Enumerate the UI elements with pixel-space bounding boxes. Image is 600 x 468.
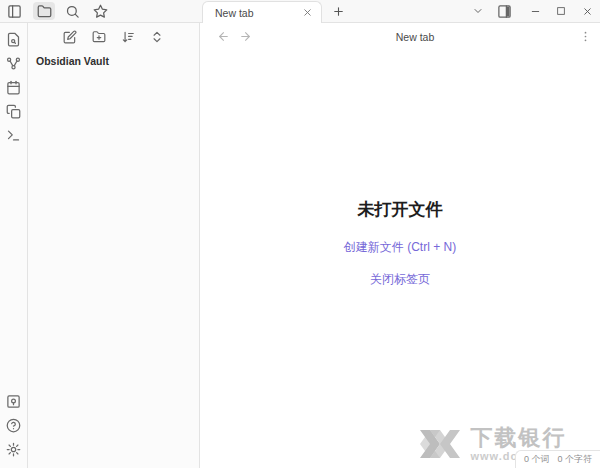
right-sidebar-toggle-icon[interactable]: [494, 2, 514, 20]
main-pane: New tab 未打开文件 创建新文件 (Ctrl + N) 关闭标签页: [200, 23, 600, 468]
sort-order-icon[interactable]: [118, 28, 138, 45]
bookmarks-tab-icon[interactable]: [89, 2, 111, 20]
tab-bar: New tab: [200, 0, 468, 22]
command-palette-icon[interactable]: [4, 125, 24, 145]
status-bar: 0 个词 0 个字符: [515, 450, 600, 468]
vault-switcher-icon[interactable]: [4, 391, 24, 411]
ribbon: [0, 23, 28, 468]
more-options-icon[interactable]: [576, 28, 594, 45]
empty-state-title: 未打开文件: [358, 198, 443, 221]
new-folder-icon[interactable]: [89, 28, 109, 45]
daily-note-icon[interactable]: [4, 77, 24, 97]
nav-arrows: [214, 28, 254, 45]
titlebar-left: [0, 0, 200, 22]
tab-new-tab[interactable]: New tab: [202, 1, 322, 23]
templates-icon[interactable]: [4, 101, 24, 121]
maximize-button[interactable]: [548, 0, 574, 22]
new-tab-button[interactable]: [328, 2, 348, 20]
new-note-icon[interactable]: [60, 28, 80, 45]
view-title: New tab: [254, 31, 576, 43]
window-controls: [522, 0, 600, 22]
obsidian-window: New tab: [0, 0, 600, 468]
left-sidebar-toggle-icon[interactable]: [3, 2, 25, 20]
create-new-file-link[interactable]: 创建新文件 (Ctrl + N): [344, 239, 456, 256]
explorer-toolbar: [28, 26, 199, 47]
help-icon[interactable]: [4, 415, 24, 435]
titlebar-right: [468, 0, 600, 22]
body: Obsidian Vault New tab 未打开文件: [0, 23, 600, 468]
forward-arrow-icon[interactable]: [236, 28, 254, 45]
word-count: 0 个词: [524, 453, 550, 466]
collapse-all-icon[interactable]: [147, 28, 167, 45]
empty-state: 未打开文件 创建新文件 (Ctrl + N) 关闭标签页: [200, 47, 600, 468]
tab-label: New tab: [215, 7, 299, 19]
quick-switcher-icon[interactable]: [4, 29, 24, 49]
settings-gear-icon[interactable]: [4, 439, 24, 459]
minimize-button[interactable]: [522, 0, 548, 22]
sidebar-tab-group: [33, 2, 111, 20]
char-count: 0 个字符: [557, 453, 592, 466]
search-tab-icon[interactable]: [61, 2, 83, 20]
graph-view-icon[interactable]: [4, 53, 24, 73]
files-tab-icon[interactable]: [33, 2, 55, 20]
close-tab-link[interactable]: 关闭标签页: [370, 271, 430, 288]
tab-list-chevron-icon[interactable]: [468, 2, 488, 20]
titlebar: New tab: [0, 0, 600, 23]
file-explorer-pane: Obsidian Vault: [28, 23, 200, 468]
back-arrow-icon[interactable]: [214, 28, 232, 45]
close-button[interactable]: [574, 0, 600, 22]
tab-close-icon[interactable]: [299, 5, 315, 21]
view-header: New tab: [200, 26, 600, 47]
vault-title[interactable]: Obsidian Vault: [28, 47, 199, 67]
